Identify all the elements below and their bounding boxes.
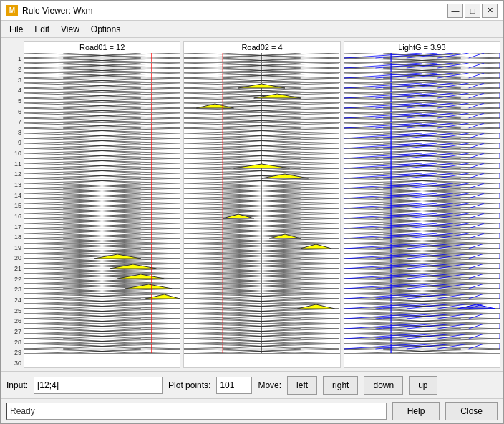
row-num-20: 20 xyxy=(4,253,24,264)
chart-output-row-6 xyxy=(344,103,500,113)
chart-output-row-22 xyxy=(344,264,500,274)
menu-edit[interactable]: Edit xyxy=(29,23,55,36)
svg-marker-611 xyxy=(301,244,331,249)
chart-input1-row-12 xyxy=(24,163,180,173)
chart-input1-row-25 xyxy=(24,294,180,304)
row-num-19: 19 xyxy=(4,243,24,254)
chart-input2-row-1 xyxy=(184,53,339,63)
chart-output-row-23 xyxy=(344,274,500,284)
row-num-1: 1 xyxy=(4,54,24,64)
window-title: Rule Viewer: Wxm xyxy=(22,6,443,16)
chart-output-row-7 xyxy=(344,113,500,123)
chart-input2-row-7 xyxy=(184,113,339,123)
move-down-button[interactable]: down xyxy=(364,376,403,395)
chart-input2-row-26 xyxy=(184,304,339,314)
plot-label: Plot points: xyxy=(168,380,210,390)
row-num-8: 8 xyxy=(4,127,24,138)
row-num-4: 4 xyxy=(4,85,24,96)
row-num-9: 9 xyxy=(4,138,24,148)
chart-input1-row-10 xyxy=(24,143,180,153)
chart-input2-row-12 xyxy=(184,163,339,173)
title-bar: M Rule Viewer: Wxm — □ ✕ xyxy=(1,1,503,21)
chart-input1-row-26 xyxy=(24,304,180,314)
chart-output-row-8 xyxy=(344,123,500,133)
chart-input2-row-8 xyxy=(184,123,339,133)
row-num-12: 12 xyxy=(4,169,24,180)
chart-input1-row-18 xyxy=(24,223,180,233)
chart-input2-row-17 xyxy=(184,213,339,223)
bottom-row1: Input: Plot points: Move: left right dow… xyxy=(1,372,503,399)
chart-input2-row-13 xyxy=(184,173,339,183)
chart-output-row-4 xyxy=(344,83,500,93)
close-dialog-button[interactable]: Close xyxy=(445,402,498,420)
chart-input1-row-9 xyxy=(24,133,180,143)
chart-input2-row-23 xyxy=(184,274,339,284)
chart-output-row-28 xyxy=(344,324,500,334)
move-up-button[interactable]: up xyxy=(409,376,437,395)
menu-options[interactable]: Options xyxy=(85,23,126,36)
chart-input2-row-2 xyxy=(184,63,339,73)
chart-input1-row-27 xyxy=(24,314,180,324)
row-num-2: 2 xyxy=(4,64,24,75)
chart-output-row-11 xyxy=(344,153,500,163)
chart-lightg-title: LightG = 3.93 xyxy=(344,42,500,53)
row-num-7: 7 xyxy=(4,117,24,127)
chart-output-row-21 xyxy=(344,254,500,264)
menu-bar: File Edit View Options xyxy=(1,21,503,38)
chart-input1-row-21 xyxy=(24,254,180,264)
chart-output-row-26 xyxy=(344,304,500,314)
chart-input1-row-29 xyxy=(24,334,180,344)
chart-input2-row-11 xyxy=(184,153,339,163)
chart-input2-row-29 xyxy=(184,334,339,344)
bottom-panel: Input: Plot points: Move: left right dow… xyxy=(1,371,503,423)
svg-marker-277 xyxy=(117,274,164,279)
chart-output-row-2 xyxy=(344,63,500,73)
input-label: Input: xyxy=(6,380,28,390)
minimize-button[interactable]: — xyxy=(447,4,463,18)
row-num-27: 27 xyxy=(4,327,24,337)
chart-input2-row-20 xyxy=(184,244,339,254)
menu-view[interactable]: View xyxy=(55,23,85,36)
move-right-button[interactable]: right xyxy=(323,376,358,395)
chart-input1-row-30 xyxy=(24,344,180,354)
chart-road01-title: Road01 = 12 xyxy=(24,42,180,53)
chart-output-row-16 xyxy=(344,203,500,213)
chart-input2-row-9 xyxy=(184,133,339,143)
chart-output-row-5 xyxy=(344,93,500,103)
maximize-button[interactable]: □ xyxy=(465,4,480,18)
row-num-16: 16 xyxy=(4,211,24,222)
chart-output-row-27 xyxy=(344,314,500,324)
chart-input1-row-14 xyxy=(24,183,180,193)
chart-input1-row-8 xyxy=(24,123,180,133)
chart-input1-row-2 xyxy=(24,63,180,73)
row-num-17: 17 xyxy=(4,221,24,232)
row-num-29: 29 xyxy=(4,347,24,358)
chart-input2-row-22 xyxy=(184,264,339,274)
chart-lightg: LightG = 3.93 xyxy=(344,41,500,368)
row-num-14: 14 xyxy=(4,190,24,201)
chart-input2-row-28 xyxy=(184,324,339,334)
menu-file[interactable]: File xyxy=(4,23,29,36)
chart-output-row-19 xyxy=(344,233,500,244)
charts-container: Road01 = 12 Road02 = 4 LightG = 3.93 xyxy=(24,41,500,368)
help-button[interactable]: Help xyxy=(392,402,440,420)
row-num-21: 21 xyxy=(4,264,24,274)
row-num-6: 6 xyxy=(4,106,24,117)
main-window: M Rule Viewer: Wxm — □ ✕ File Edit View … xyxy=(0,0,504,424)
chart-input2-row-18 xyxy=(184,223,339,233)
plot-points-field[interactable] xyxy=(216,377,252,394)
chart-input2-row-6 xyxy=(184,103,339,113)
close-button[interactable]: ✕ xyxy=(482,4,498,18)
chart-output-row-14 xyxy=(344,183,500,193)
chart-input1-row-23 xyxy=(24,274,180,284)
chart-input1-row-28 xyxy=(24,324,180,334)
move-left-button[interactable]: left xyxy=(287,376,317,395)
chart-output-row-3 xyxy=(344,73,500,83)
row-num-26: 26 xyxy=(4,316,24,327)
input-field[interactable] xyxy=(34,377,163,394)
chart-input1-row-1 xyxy=(24,53,180,63)
row-num-11: 11 xyxy=(4,158,24,169)
chart-input2-row-5 xyxy=(184,93,339,103)
chart-output-row-20 xyxy=(344,244,500,254)
chart-input1-row-17 xyxy=(24,213,180,223)
